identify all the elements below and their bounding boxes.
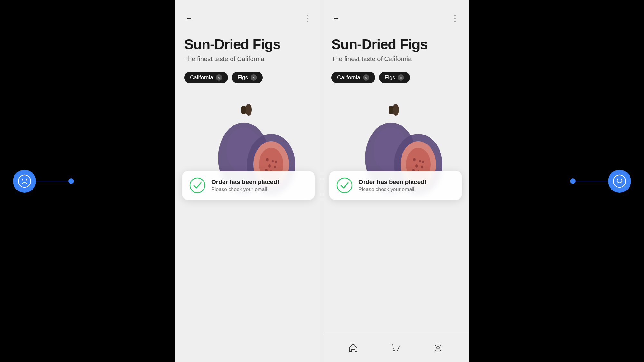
slider-thumb-left[interactable] xyxy=(68,178,74,184)
left-notification-subtitle: Please check your email. xyxy=(211,187,279,192)
svg-point-2 xyxy=(26,179,27,180)
svg-point-17 xyxy=(190,178,205,193)
right-notification-subtitle: Please check your email. xyxy=(358,187,426,192)
left-notification-title: Order has been placed! xyxy=(211,179,279,186)
svg-point-12 xyxy=(274,166,276,168)
right-product-subtitle: The finest taste of California xyxy=(331,55,460,63)
cart-nav-button[interactable] xyxy=(391,343,400,353)
svg-point-11 xyxy=(268,164,271,168)
left-tags-row: California × Figs × xyxy=(175,66,322,87)
sad-face-button[interactable] xyxy=(13,170,36,193)
right-product-title: Sun-Dried Figs xyxy=(331,37,460,52)
svg-point-37 xyxy=(617,179,618,180)
svg-point-36 xyxy=(613,175,626,187)
svg-point-25 xyxy=(419,160,421,162)
left-tag-california[interactable]: California × xyxy=(184,72,228,83)
right-slider[interactable] xyxy=(570,170,631,193)
svg-point-24 xyxy=(413,158,416,161)
slider-thumb-right[interactable] xyxy=(570,178,576,184)
left-product-subtitle: The finest taste of California xyxy=(184,55,313,63)
slider-track-left xyxy=(36,181,68,181)
svg-point-15 xyxy=(275,161,277,163)
right-phone-header: ← ⋮ xyxy=(322,0,469,30)
left-back-button[interactable]: ← xyxy=(184,13,194,24)
svg-point-30 xyxy=(422,161,424,163)
left-tag-california-label: California xyxy=(190,74,213,81)
left-more-button[interactable]: ⋮ xyxy=(304,14,313,23)
svg-rect-31 xyxy=(389,106,393,114)
right-tags-row: California × Figs × xyxy=(322,66,469,87)
svg-rect-16 xyxy=(242,106,246,114)
left-title-area: Sun-Dried Figs The finest taste of Calif… xyxy=(175,30,322,66)
left-slider[interactable] xyxy=(13,170,74,193)
svg-point-35 xyxy=(437,347,439,349)
right-notification-title: Order has been placed! xyxy=(358,179,426,186)
left-phone-header: ← ⋮ xyxy=(175,0,322,30)
svg-point-32 xyxy=(337,178,352,193)
svg-point-9 xyxy=(266,158,269,161)
svg-point-0 xyxy=(18,175,31,187)
right-fig-image: Order has been placed! Please check your… xyxy=(322,87,469,209)
svg-point-26 xyxy=(415,164,418,168)
right-tag-figs-label: Figs xyxy=(385,74,395,81)
svg-point-27 xyxy=(421,166,423,168)
right-back-button[interactable]: ← xyxy=(331,13,341,24)
left-tag-california-close[interactable]: × xyxy=(216,74,222,81)
left-tag-figs[interactable]: Figs × xyxy=(232,72,263,83)
right-title-area: Sun-Dried Figs The finest taste of Calif… xyxy=(322,30,469,66)
svg-point-3 xyxy=(245,104,252,116)
right-tag-figs-close[interactable]: × xyxy=(398,74,404,81)
phones-container: ← ⋮ Sun-Dried Figs The finest taste of C… xyxy=(175,0,469,362)
left-order-notification: Order has been placed! Please check your… xyxy=(182,171,315,200)
left-phone: ← ⋮ Sun-Dried Figs The finest taste of C… xyxy=(175,0,322,362)
home-nav-button[interactable] xyxy=(348,343,358,353)
right-bottom-nav xyxy=(322,333,469,362)
left-fig-image: Order has been placed! Please check your… xyxy=(175,87,322,209)
right-tag-california[interactable]: California × xyxy=(331,72,375,83)
svg-point-10 xyxy=(272,160,274,162)
left-notification-text: Order has been placed! Please check your… xyxy=(211,179,279,192)
svg-point-38 xyxy=(621,179,622,180)
right-tag-california-label: California xyxy=(337,74,360,81)
svg-point-18 xyxy=(393,104,399,116)
right-tag-figs[interactable]: Figs × xyxy=(379,72,410,83)
svg-point-34 xyxy=(397,350,398,351)
svg-point-33 xyxy=(393,350,395,351)
happy-face-button[interactable] xyxy=(608,170,631,193)
slider-track-right xyxy=(576,181,608,181)
right-phone: ← ⋮ Sun-Dried Figs The finest taste of C… xyxy=(322,0,469,362)
settings-nav-button[interactable] xyxy=(433,343,443,353)
right-tag-california-close[interactable]: × xyxy=(363,74,369,81)
right-notification-text: Order has been placed! Please check your… xyxy=(358,179,426,192)
right-check-icon xyxy=(336,177,353,193)
left-tag-figs-label: Figs xyxy=(238,74,248,81)
canvas: ← ⋮ Sun-Dried Figs The finest taste of C… xyxy=(0,0,644,362)
right-more-button[interactable]: ⋮ xyxy=(451,14,460,23)
svg-point-1 xyxy=(22,179,23,180)
left-check-icon xyxy=(189,177,205,193)
left-tag-figs-close[interactable]: × xyxy=(251,74,257,81)
left-product-title: Sun-Dried Figs xyxy=(184,37,313,52)
right-order-notification: Order has been placed! Please check your… xyxy=(329,171,462,200)
